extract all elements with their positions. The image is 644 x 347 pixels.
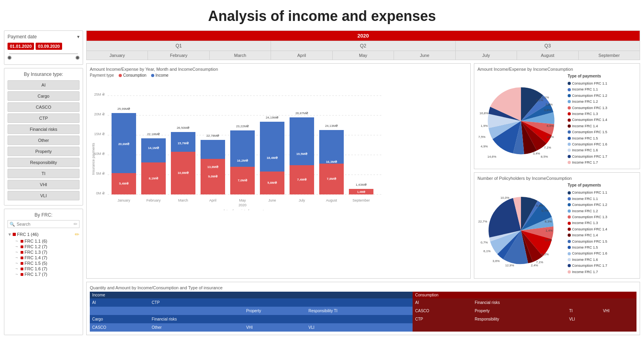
frc-subitem-1-1[interactable]: ~ FRC 1.1 (6) [8,238,80,244]
insurance-btn-casco[interactable]: CASCO [8,102,80,112]
insurance-btn-ti[interactable]: TI [8,169,80,178]
frc-edit-icon[interactable]: ✏ [74,221,78,227]
frc-sub-dot [21,268,23,270]
frc-subitem-1-4[interactable]: ~ FRC 1.4 (7) [8,255,80,260]
expand-icon[interactable]: ~ [15,244,19,249]
insurance-btn-responsibility[interactable]: Responsibility [8,158,80,167]
frc-sub-dot [21,251,23,254]
frc-panel: By FRC: 🔍 ✏ ▼ FRC 1 (46) ✏ ~ [4,209,83,335]
month-july[interactable]: July [456,51,517,60]
svg-text:1,4%: 1,4% [546,229,553,232]
main-area: 2020 Q1 Q2 Q3 January February March Apr… [86,30,640,335]
frc-subitem-1-5[interactable]: ~ FRC 1.5 (5) [8,260,80,266]
month-september[interactable]: September [579,51,640,60]
insurance-btn-cargo[interactable]: Cargo [8,91,80,101]
expand-icon[interactable]: ▼ [8,232,11,237]
bottom-row: Quantity and Amount by Income/Consumptio… [86,282,640,335]
legend-inc-1-6: Income FRC 1.6 [568,147,607,153]
svg-text:4,9%: 4,9% [481,145,488,148]
income-header: Income [90,292,413,298]
svg-text:16,3M₴: 16,3M₴ [326,160,337,164]
svg-text:22,78M₴: 22,78M₴ [206,134,220,138]
quarter-q1[interactable]: Q1 [87,41,271,51]
month-june[interactable]: June [394,51,455,60]
insurance-btn-other[interactable]: Other [8,136,80,145]
svg-text:7,8M₴: 7,8M₴ [327,177,337,181]
svg-text:5,8M₴: 5,8M₴ [267,181,277,185]
cons-cell-empty1 [567,298,601,307]
svg-text:10,3%: 10,3% [500,196,510,200]
date-filter-chevron[interactable]: ▾ [77,34,80,40]
income-cell-empty3 [90,307,150,315]
frc-search-input[interactable] [17,222,74,226]
svg-text:15M ₴: 15M ₴ [94,132,105,136]
income-cell-property: Property [244,307,306,315]
expand-icon[interactable]: ~ [15,266,19,271]
expand-icon[interactable]: ~ [15,250,19,255]
insurance-btn-ai[interactable]: AI [8,80,80,90]
ph-legend-cons-1-5: Consumption FRC 1.5 [568,239,607,244]
consumption-header: Consumption [413,292,636,298]
heat-table: Income Consumption AI CTP AI F [90,292,636,332]
year-bar[interactable]: 2020 [87,31,640,41]
income-cell-vhi: VHI [244,323,306,332]
month-may[interactable]: May [333,51,394,60]
income-cell-empty2 [306,298,413,307]
year-label: 2020 [358,33,369,39]
quarter-q3[interactable]: Q3 [456,41,640,51]
expand-icon[interactable]: ~ [15,261,19,266]
svg-text:0M ₴: 0M ₴ [96,191,105,195]
svg-text:23,22M₴: 23,22M₴ [236,124,249,128]
svg-text:24,13M₴: 24,13M₴ [325,124,338,128]
month-march[interactable]: March [210,51,271,60]
ph-legend-inc-1-2: Income FRC 1.2 [568,208,607,214]
legend-cons-1-4: Consumption FRC 1.4 [568,117,607,123]
svg-text:14,6%: 14,6% [487,155,496,158]
frc-subitem-1-6[interactable]: ~ FRC 1.6 (7) [8,266,80,272]
date-slider[interactable] [8,53,80,61]
heat-table-panel: Quantity and Amount by Income/Consumptio… [86,282,640,335]
frc-panel-title: By FRC: [8,212,80,218]
end-date[interactable]: 03.09.2020 [36,43,62,50]
insurance-btn-ctp[interactable]: CTP [8,113,80,123]
svg-text:8,1M₴: 8,1M₴ [149,177,159,180]
cons-cell-empty2 [600,298,636,307]
svg-text:8,5%: 8,5% [541,155,548,158]
insurance-btn-financial[interactable]: Financial risks [8,124,80,134]
insurance-btn-vli[interactable]: VLI [8,191,80,200]
legend-cons-1-7: Consumption FRC 1.7 [568,154,607,159]
expand-icon[interactable]: ~ [15,272,19,277]
frc-edit-pencil[interactable]: ✏ [75,231,80,238]
frc-subitem-1-3[interactable]: ~ FRC 1.3 (7) [8,249,80,255]
expand-icon[interactable]: ~ [15,255,19,260]
svg-text:14,1M₴: 14,1M₴ [148,146,159,150]
frc-subitem-1-2[interactable]: ~ FRC 1.2 (7) [8,244,80,249]
svg-text:24,19M₴: 24,19M₴ [266,116,279,119]
insurance-btn-vhi[interactable]: VHI [8,180,80,189]
expand-icon[interactable]: ~ [15,239,19,243]
start-date[interactable]: 01.01.2020 [8,43,34,50]
table-row: AI CTP AI Financial risks [90,298,636,307]
month-february[interactable]: February [148,51,209,60]
slider-handle-right[interactable] [76,56,80,60]
svg-text:22,7%: 22,7% [478,220,487,223]
charts-row: Amount Income/Expense by Year, Month and… [86,63,640,279]
svg-text:April: April [209,198,216,202]
legend-inc-1-5: Income FRC 1.5 [568,136,607,141]
month-april[interactable]: April [271,51,332,60]
slider-handle-left[interactable] [8,56,11,60]
legend-title-1: Type of payments [568,73,607,79]
frc-item-1[interactable]: ▼ FRC 1 (46) ✏ [8,230,80,238]
ph-legend-inc-1-3: Income FRC 1.3 [568,220,607,226]
month-august[interactable]: August [517,51,578,60]
frc-subitem-1-7[interactable]: ~ FRC 1.7 (7) [8,272,80,277]
quarter-q2[interactable]: Q2 [271,41,455,51]
legend-consumption: Consumption [119,73,146,77]
svg-text:May: May [239,198,246,202]
svg-text:22,18M₴: 22,18M₴ [147,132,160,136]
svg-text:3,6%: 3,6% [492,259,500,263]
month-january[interactable]: January [87,51,148,60]
insurance-btn-property[interactable]: Property [8,147,80,156]
ph-legend-cons-1-2: Consumption FRC 1.2 [568,202,607,207]
income-cell-fin: Financial risks [150,315,244,323]
